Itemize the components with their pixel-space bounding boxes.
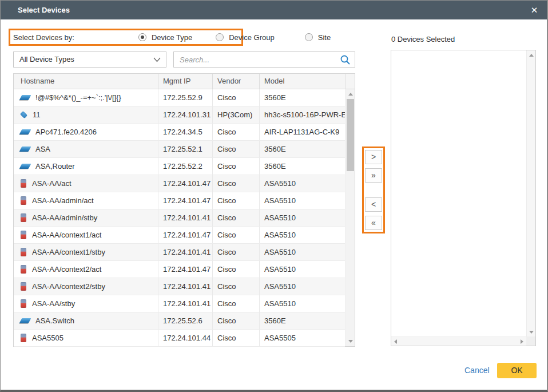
- cancel-button[interactable]: Cancel: [464, 366, 490, 375]
- mgmt-ip-cell: 172.24.101.41: [158, 209, 213, 226]
- selected-devices-listbox[interactable]: [391, 50, 536, 346]
- remove-selected-button[interactable]: <: [365, 197, 382, 212]
- column-header-filler: [346, 74, 355, 89]
- vendor-cell: Cisco: [213, 312, 260, 329]
- scrollbar-thumb[interactable]: [347, 99, 354, 171]
- vendor-cell: Cisco: [213, 209, 260, 226]
- radio-site-label: Site: [318, 33, 331, 42]
- vendor-cell: HP(3Com): [213, 106, 260, 123]
- radio-device-group-label: Device Group: [229, 33, 274, 42]
- vendor-cell: Cisco: [213, 227, 260, 243]
- table-vertical-scrollbar[interactable]: [346, 89, 355, 346]
- table-row[interactable]: ASA,Router 172.25.52.2 Cisco 3560E: [14, 158, 345, 175]
- table-row[interactable]: !@#$%^&*()_-=+~`:;.'|\/[]{} 172.25.52.9 …: [14, 89, 345, 106]
- radio-site[interactable]: Site: [305, 33, 331, 42]
- model-cell: ASA5510: [260, 192, 345, 209]
- column-header-mgmt-ip[interactable]: Mgmt IP: [158, 74, 213, 89]
- table-row[interactable]: ASA-AA/admin/stby 172.24.101.41 Cisco AS…: [14, 209, 345, 227]
- column-header-vendor[interactable]: Vendor: [213, 74, 260, 89]
- device-type-dropdown-value: All Device Types: [19, 55, 74, 64]
- model-cell: ASA5505: [260, 330, 345, 346]
- selected-horizontal-scrollbar[interactable]: [391, 336, 526, 346]
- scrollbar-corner: [526, 336, 535, 346]
- model-cell: ASA5510: [260, 209, 345, 226]
- hostname-cell: 11: [33, 110, 41, 119]
- chevron-down-icon: [153, 57, 161, 62]
- radio-device-group[interactable]: Device Group: [216, 33, 274, 42]
- scroll-up-icon[interactable]: [348, 93, 353, 96]
- switch-icon: [19, 129, 31, 134]
- hostname-cell: ASA.Switch: [35, 316, 74, 325]
- radio-device-type-label: Device Type: [152, 33, 192, 42]
- scroll-left-icon[interactable]: [394, 339, 397, 344]
- add-all-button[interactable]: »: [365, 168, 382, 183]
- mgmt-ip-cell: 172.24.101.41: [158, 278, 213, 295]
- radio-device-type[interactable]: Device Type: [138, 33, 192, 42]
- radio-icon[interactable]: [138, 33, 146, 41]
- column-header-hostname[interactable]: Hostname: [14, 74, 158, 89]
- mgmt-ip-cell: 172.24.101.41: [158, 295, 213, 312]
- table-row[interactable]: ASA 172.25.52.1 Cisco 3560E: [14, 141, 345, 158]
- table-row[interactable]: ASA-AA/context2/stby 172.24.101.41 Cisco…: [14, 278, 345, 295]
- mgmt-ip-cell: 172.25.52.6: [158, 312, 213, 329]
- search-icon[interactable]: [340, 54, 351, 65]
- table-row[interactable]: 11 172.24.101.31 HP(3Com) hh3c-s5100-16P…: [14, 106, 345, 124]
- table-row[interactable]: APc471.fe20.4206 172.24.34.5 Cisco AIR-L…: [14, 124, 345, 141]
- vendor-cell: Cisco: [213, 278, 260, 295]
- add-selected-button[interactable]: >: [365, 150, 382, 164]
- table-row[interactable]: ASA-AA/act 172.24.101.47 Cisco ASA5510: [14, 175, 345, 192]
- table-row[interactable]: ASA-AA/stby 172.24.101.41 Cisco ASA5510: [14, 295, 345, 312]
- model-cell: hh3c-s5100-16P-PWR-EI: [260, 106, 345, 123]
- scroll-down-icon[interactable]: [348, 340, 353, 343]
- radio-icon[interactable]: [305, 33, 313, 41]
- scroll-up-icon[interactable]: [529, 54, 534, 57]
- table-row[interactable]: ASA.Switch 172.25.52.6 Cisco 3560E: [14, 312, 345, 330]
- close-icon[interactable]: ✕: [529, 5, 540, 16]
- search-box: [173, 52, 355, 68]
- hostname-cell: ASA5505: [32, 334, 63, 342]
- firewall-icon: [21, 282, 26, 291]
- table-row[interactable]: ASA-AA/admin/act 172.24.101.47 Cisco ASA…: [14, 192, 345, 209]
- vendor-cell: Cisco: [213, 175, 260, 192]
- mgmt-ip-cell: 172.24.34.5: [158, 124, 213, 140]
- dialog-titlebar: Select Devices ✕: [1, 1, 547, 19]
- radio-icon[interactable]: [216, 33, 224, 41]
- table-row[interactable]: ASA-AA/context1/act 172.24.101.47 Cisco …: [14, 227, 345, 244]
- model-cell: AIR-LAP1131AG-C-K9: [260, 124, 345, 140]
- mgmt-ip-cell: 172.24.101.47: [158, 192, 213, 209]
- mgmt-ip-cell: 172.25.52.1: [158, 141, 213, 157]
- column-header-model[interactable]: Model: [260, 74, 346, 89]
- mgmt-ip-cell: 172.24.101.41: [158, 244, 213, 260]
- mgmt-ip-cell: 172.25.52.9: [158, 89, 213, 106]
- hostname-cell: ASA-AA/context1/stby: [32, 248, 105, 256]
- hostname-cell: ASA-AA/act: [32, 179, 72, 188]
- hostname-cell: ASA-AA/context2/act: [32, 265, 101, 274]
- switch-icon: [19, 146, 31, 152]
- hostname-cell: ASA-AA/admin/stby: [32, 213, 97, 222]
- mgmt-ip-cell: 172.25.52.2: [158, 158, 213, 175]
- hostname-cell: ASA: [35, 145, 50, 153]
- selected-vertical-scrollbar[interactable]: [526, 50, 535, 337]
- vendor-cell: Cisco: [213, 330, 260, 346]
- switch-icon: [19, 95, 31, 100]
- vendor-cell: Cisco: [213, 141, 260, 157]
- firewall-icon: [21, 299, 26, 308]
- hostname-cell: ASA-AA/admin/act: [32, 196, 94, 205]
- switch-icon: [19, 164, 31, 169]
- router-icon: [20, 111, 27, 118]
- search-input[interactable]: [174, 52, 339, 67]
- ok-button[interactable]: OK: [497, 363, 537, 378]
- vendor-cell: Cisco: [213, 244, 260, 260]
- mgmt-ip-cell: 172.24.101.47: [158, 227, 213, 243]
- table-row[interactable]: ASA5505 172.24.101.44 Cisco ASA5505: [14, 330, 345, 347]
- scroll-down-icon[interactable]: [529, 331, 534, 334]
- table-row[interactable]: ASA-AA/context2/act 172.24.101.47 Cisco …: [14, 261, 345, 278]
- remove-all-button[interactable]: «: [365, 216, 382, 230]
- model-cell: ASA5510: [260, 278, 345, 295]
- mgmt-ip-cell: 172.24.101.47: [158, 261, 213, 278]
- table-row[interactable]: ASA-AA/context1/stby 172.24.101.41 Cisco…: [14, 244, 345, 261]
- scroll-right-icon[interactable]: [521, 339, 523, 344]
- model-cell: 3560E: [260, 312, 345, 329]
- device-type-dropdown[interactable]: All Device Types: [13, 52, 166, 68]
- filter-label: Select Devices by:: [13, 33, 74, 42]
